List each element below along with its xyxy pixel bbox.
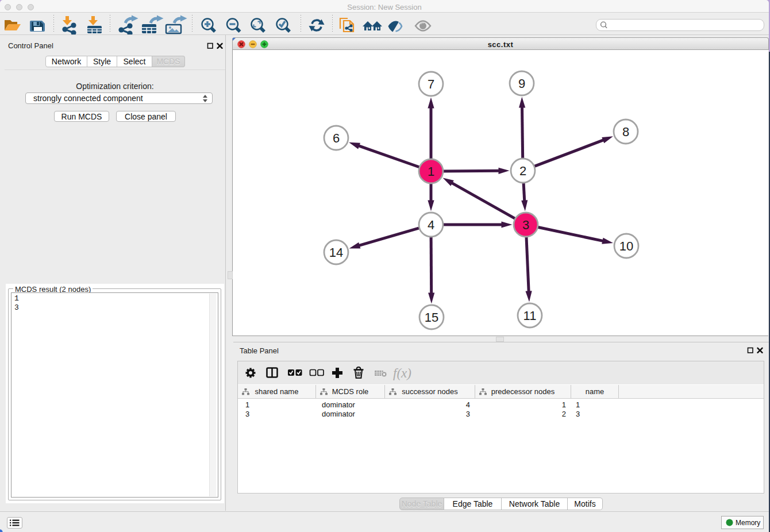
svg-text:1: 1 xyxy=(428,164,434,179)
svg-text:6: 6 xyxy=(333,131,340,145)
svg-text:9: 9 xyxy=(518,76,525,91)
svg-text:14: 14 xyxy=(329,245,343,260)
svg-text:8: 8 xyxy=(622,125,629,139)
svg-text:7: 7 xyxy=(428,77,434,91)
svg-text:15: 15 xyxy=(425,310,438,325)
svg-text:f(x): f(x) xyxy=(393,366,411,380)
svg-text:2: 2 xyxy=(519,164,526,178)
svg-text:3: 3 xyxy=(522,218,529,232)
svg-text:10: 10 xyxy=(619,239,633,253)
svg-text:4: 4 xyxy=(428,218,434,232)
svg-text:11: 11 xyxy=(523,309,537,323)
